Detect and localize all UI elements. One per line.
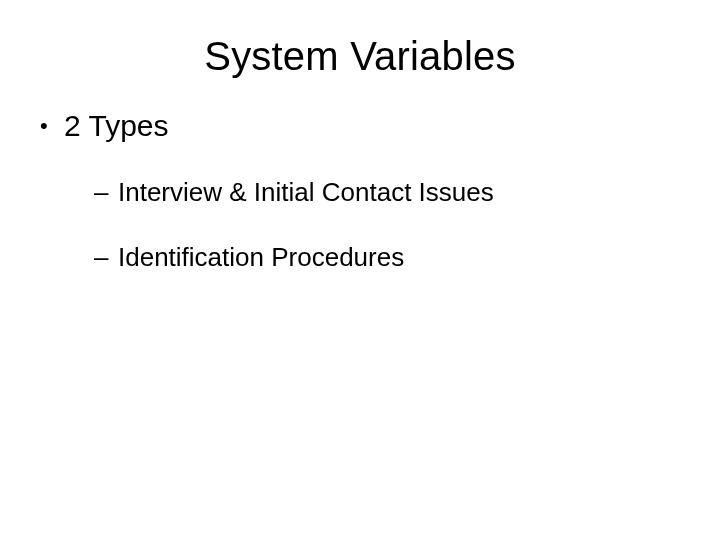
bullet-level2-item: Identification Procedures	[40, 242, 680, 273]
bullet-level2-item: Interview & Initial Contact Issues	[40, 177, 680, 208]
slide: System Variables 2 Types Interview & Ini…	[0, 0, 720, 540]
bullet-level1: 2 Types	[40, 109, 680, 143]
slide-title: System Variables	[40, 34, 680, 79]
